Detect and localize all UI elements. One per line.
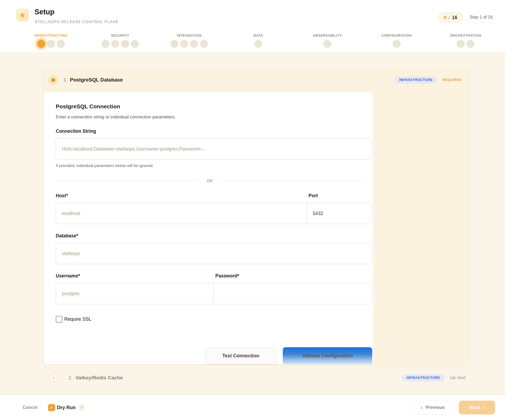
phase-step-dots [431, 40, 500, 48]
step-dot [57, 40, 65, 48]
phase-label: ORCHESTRATION [431, 34, 500, 37]
step-dot [393, 40, 401, 48]
require-ssl-label: Require SSL [64, 316, 91, 322]
step-dot [170, 40, 178, 48]
previous-button-label: Previous [426, 405, 445, 410]
cancel-button[interactable]: Cancel [23, 405, 37, 410]
step-dot [323, 40, 331, 48]
phase-label: CONFIGURATION [362, 34, 431, 37]
phase-label: DATA [224, 34, 293, 37]
step-dot [190, 40, 198, 48]
dry-run-label: Dry Run [57, 405, 76, 410]
step-dot [254, 40, 262, 48]
next-button-label: Next [469, 405, 480, 410]
step-dot [37, 40, 45, 48]
page-subtitle: STELLAOPS RELEASE CONTROL PLANE [35, 20, 118, 24]
progress-badge: 0 / 16 [438, 12, 463, 23]
step-dot [457, 40, 465, 48]
phase-step-dots [293, 40, 362, 48]
phase-step-dots [362, 40, 431, 48]
phase-step-dots [155, 40, 224, 48]
phase-security[interactable]: SECURITY [85, 34, 155, 48]
check-icon: ✓ [50, 405, 53, 410]
phase-label: OBSERVABILITY [293, 34, 362, 37]
phase-nav: INFRASTRUCTURESECURITYINTEGRATIONDATAOBS… [16, 34, 500, 48]
next-step-row[interactable]: › 2 Valkey/Redis Cache INFRASTRUCTURE Up… [49, 373, 465, 383]
step-dot [111, 40, 119, 48]
database-input[interactable] [56, 243, 372, 264]
app-header: ★ Setup STELLAOPS RELEASE CONTROL PLANE … [0, 0, 505, 52]
star-icon: ★ [19, 10, 26, 20]
connection-string-label: Connection String [56, 128, 372, 134]
next-step-number: 2 [69, 375, 71, 380]
dry-run-checkbox[interactable]: ✓ [48, 404, 55, 411]
help-icon[interactable]: ? [79, 405, 85, 411]
app-logo: ★ [16, 9, 29, 21]
or-text: OR [207, 178, 213, 183]
wizard-footer: Cancel ✓ Dry Run ? ‹ Previous Next › [0, 395, 505, 420]
step-indicator: Step 1 of 16 [470, 15, 493, 20]
phase-label: SECURITY [85, 34, 155, 37]
step-dot [200, 40, 208, 48]
step-dot [101, 40, 109, 48]
username-input[interactable] [56, 283, 214, 304]
database-label: Database* [56, 233, 372, 239]
port-label: Port [307, 193, 372, 199]
phase-orchestration[interactable]: ORCHESTRATION [431, 34, 500, 48]
phase-step-dots [224, 40, 293, 48]
question-mark-glyph: ? [81, 406, 83, 410]
required-badge: REQUIRED [443, 78, 462, 82]
phase-label: INFRASTRUCTURE [16, 34, 85, 37]
step-dot [121, 40, 129, 48]
or-divider: OR [56, 178, 364, 183]
username-label: Username* [56, 273, 214, 279]
chevron-right-icon: › [53, 375, 55, 381]
connection-string-helper: If provided, individual parameters below… [56, 163, 372, 168]
current-step-card: 1 PostgreSQL Database INFRASTRUCTURE REQ… [42, 68, 469, 365]
require-ssl-checkbox[interactable] [56, 316, 62, 323]
test-connection-button[interactable]: Test Connection [205, 347, 276, 364]
form-title: PostgreSQL Connection [56, 103, 372, 110]
step-title: PostgreSQL Database [70, 77, 123, 83]
chevron-left-icon: ‹ [421, 405, 422, 410]
phase-observability[interactable]: OBSERVABILITY [293, 34, 362, 48]
connection-form-card: PostgreSQL Connection Enter a connection… [44, 92, 374, 365]
progress-total: 16 [452, 15, 457, 20]
next-step-category-badge: INFRASTRUCTURE [402, 374, 444, 382]
progress-divider: / [448, 15, 451, 20]
active-step-radio[interactable] [49, 76, 58, 84]
password-label: Password* [214, 273, 372, 279]
divider-line [221, 181, 364, 181]
phase-data[interactable]: DATA [224, 34, 293, 48]
category-badge: INFRASTRUCTURE [395, 76, 437, 84]
password-input[interactable] [213, 283, 371, 304]
active-step-radio-dot [51, 78, 55, 82]
step-dot [47, 40, 55, 48]
expand-step-button[interactable]: › [49, 373, 59, 383]
phase-label: INTEGRATION [155, 34, 224, 37]
phase-step-dots [85, 40, 155, 48]
connection-string-input[interactable] [56, 138, 372, 160]
chevron-right-icon: › [483, 405, 485, 410]
host-label: Host* [56, 193, 307, 199]
progress-current: 0 [444, 15, 447, 20]
dry-run-toggle[interactable]: ✓ Dry Run ? [48, 404, 85, 411]
previous-button[interactable]: ‹ Previous [413, 401, 453, 414]
up-next-label: Up next [450, 375, 465, 380]
next-button[interactable]: Next › [459, 401, 495, 414]
step-number: 1 [63, 77, 66, 83]
phase-integration[interactable]: INTEGRATION [155, 34, 224, 48]
form-actions: Test Connection Validate Configuration [205, 347, 372, 364]
host-input[interactable] [56, 203, 307, 224]
require-ssl-row[interactable]: Require SSL [56, 316, 372, 323]
form-description: Enter a connection string or individual … [56, 114, 372, 119]
phase-configuration[interactable]: CONFIGURATION [362, 34, 431, 48]
phase-step-dots [16, 40, 85, 48]
page-title: Setup [35, 8, 54, 16]
validate-configuration-button[interactable]: Validate Configuration [283, 347, 372, 364]
phase-infrastructure[interactable]: INFRASTRUCTURE [16, 34, 85, 48]
port-input[interactable] [307, 203, 371, 224]
divider-line [56, 181, 199, 181]
step-dot [180, 40, 188, 48]
next-step-title: Valkey/Redis Cache [75, 375, 123, 381]
